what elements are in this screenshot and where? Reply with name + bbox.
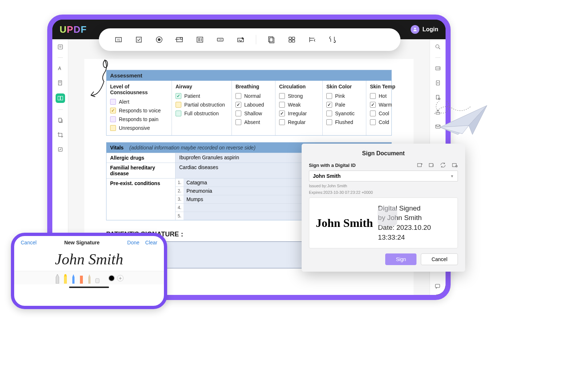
svg-rect-52 <box>418 164 422 167</box>
line-index: 1. <box>176 180 184 185</box>
checkbox-row[interactable]: Hot <box>370 92 404 100</box>
checkbox-field-icon[interactable] <box>134 35 144 45</box>
checkbox-icon[interactable] <box>110 108 116 113</box>
import-id-icon[interactable] <box>428 162 435 168</box>
grid-layout-icon[interactable] <box>287 35 297 45</box>
marker-tool[interactable] <box>78 273 84 284</box>
checkbox-row[interactable]: Strong <box>279 92 319 100</box>
dropdown-field-icon[interactable] <box>174 35 185 45</box>
phone-clear-button[interactable]: Clear <box>145 240 157 245</box>
checkbox-row[interactable]: Laboued <box>235 100 271 109</box>
digital-id-label: Sign with a Digital ID <box>309 163 356 168</box>
checkbox-icon[interactable] <box>110 125 116 131</box>
view-id-icon[interactable] <box>451 162 458 168</box>
cancel-button[interactable]: Cancel <box>421 253 458 265</box>
crop-tool-icon[interactable] <box>56 131 64 139</box>
phone-signature-canvas[interactable]: John Smith <box>14 245 164 271</box>
text-field-icon[interactable]: T| <box>113 35 124 45</box>
checkbox-icon[interactable] <box>235 111 241 116</box>
reader-mode-icon[interactable] <box>56 43 64 51</box>
checkbox-icon[interactable] <box>279 119 285 125</box>
pen-tool-blue[interactable] <box>71 273 76 284</box>
checkbox-icon[interactable] <box>279 102 285 108</box>
convert-icon[interactable] <box>434 79 442 87</box>
line-index: 3. <box>176 197 184 202</box>
checkbox-row[interactable]: Regular <box>279 118 319 127</box>
checkbox-row[interactable]: Weak <box>279 100 319 109</box>
checkbox-row[interactable]: Patient <box>176 92 228 100</box>
checkbox-icon[interactable] <box>235 102 241 108</box>
checkbox-row[interactable]: Flushed <box>326 118 362 127</box>
checkbox-icon[interactable] <box>326 102 332 108</box>
search-icon[interactable] <box>434 43 442 51</box>
phone-cancel-button[interactable]: Cancel <box>21 240 37 245</box>
listbox-field-icon[interactable] <box>195 35 205 45</box>
checkbox-icon[interactable] <box>370 93 376 99</box>
checkbox-icon[interactable] <box>370 102 376 108</box>
checkbox-icon[interactable] <box>279 93 285 99</box>
add-id-icon[interactable] <box>416 162 423 168</box>
preview-name: John Smith <box>316 216 378 230</box>
checkbox-row[interactable]: Cold <box>370 118 404 127</box>
checkbox-row[interactable]: Absent <box>235 118 271 127</box>
line-index: 5. <box>176 213 184 219</box>
svg-rect-26 <box>435 284 440 288</box>
tools-icon[interactable] <box>327 35 338 45</box>
checkbox-row[interactable]: Cool <box>370 109 404 118</box>
checkbox-icon[interactable] <box>279 111 285 116</box>
sign-button[interactable]: Sign <box>385 253 416 265</box>
organize-pages-icon[interactable] <box>56 116 64 124</box>
login-button[interactable]: Login <box>411 25 438 34</box>
checkbox-icon[interactable] <box>370 119 376 125</box>
checkbox-icon[interactable] <box>110 99 116 105</box>
protect-icon[interactable] <box>434 93 442 101</box>
checkbox-row[interactable]: Alert <box>110 97 168 106</box>
checkbox-icon[interactable] <box>110 116 116 122</box>
checkbox-row[interactable]: Responds to voice <box>110 106 168 115</box>
checkbox-row[interactable]: Syanotic <box>326 109 362 118</box>
signer-select[interactable]: John Smith ▼ <box>309 171 458 181</box>
comment-tool-icon[interactable] <box>56 64 64 72</box>
color-black[interactable] <box>108 275 115 281</box>
duplicate-icon[interactable] <box>266 35 277 45</box>
checkbox-icon[interactable] <box>176 111 181 116</box>
highlighter-tool[interactable] <box>63 273 68 284</box>
checkbox-icon[interactable] <box>235 119 241 125</box>
phone-title: New Signature <box>64 240 100 245</box>
checkbox-row[interactable]: Normal <box>235 92 271 100</box>
form-tool-icon[interactable] <box>56 93 65 103</box>
radio-field-icon[interactable] <box>154 35 164 45</box>
checkbox-row[interactable]: Shallow <box>235 109 271 118</box>
checkbox-row[interactable]: Pink <box>326 92 362 100</box>
checkbox-row[interactable]: Partial obstruction <box>176 100 228 109</box>
checkbox-row[interactable]: Full obstruction <box>176 109 228 118</box>
phone-device-frame: Cancel New Signature Done Clear John Smi… <box>11 233 167 309</box>
checkbox-icon[interactable] <box>176 102 181 108</box>
checkbox-icon[interactable] <box>326 111 332 116</box>
chat-icon[interactable] <box>433 282 442 291</box>
add-color[interactable]: + <box>117 275 124 281</box>
eraser-tool[interactable] <box>94 273 100 284</box>
pen-tool-1[interactable] <box>55 273 60 284</box>
refresh-icon[interactable] <box>440 162 446 168</box>
edit-tool-icon[interactable] <box>56 79 64 87</box>
pencil-tool[interactable] <box>86 273 92 284</box>
button-field-icon[interactable]: OK <box>215 35 225 45</box>
checkbox-row[interactable]: Unresponsive <box>110 124 168 132</box>
checkbox-label: Irregular <box>288 111 307 116</box>
checkbox-icon[interactable] <box>370 111 376 116</box>
checkbox-row[interactable]: Pale <box>326 100 362 109</box>
phone-done-button[interactable]: Done <box>127 240 139 245</box>
checkbox-icon[interactable] <box>235 93 241 99</box>
checkbox-row[interactable]: Responds to pain <box>110 115 168 124</box>
align-icon[interactable] <box>307 35 317 45</box>
checkbox-icon[interactable] <box>326 119 332 125</box>
checkbox-row[interactable]: Irregular <box>279 109 319 118</box>
checkbox-icon[interactable] <box>326 93 332 99</box>
ocr-icon[interactable]: OCR <box>434 64 442 72</box>
redact-tool-icon[interactable] <box>56 145 64 153</box>
checkbox-label: Full obstruction <box>184 111 219 116</box>
signature-field-icon[interactable] <box>235 35 246 45</box>
checkbox-row[interactable]: Warm <box>370 100 404 109</box>
checkbox-icon[interactable] <box>176 93 181 99</box>
